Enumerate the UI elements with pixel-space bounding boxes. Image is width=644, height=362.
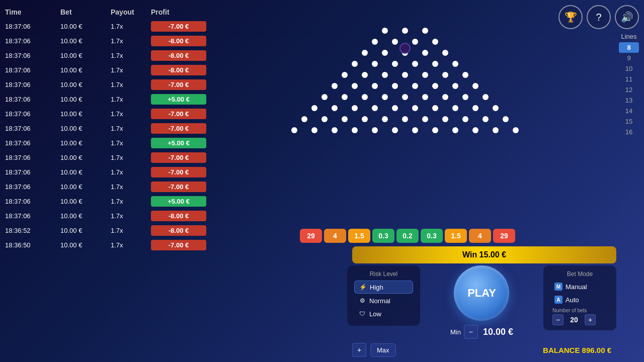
mult-cell: 0.3 xyxy=(421,229,443,243)
row-time: 18:37:06 xyxy=(5,154,60,161)
table-header: Time Bet Payout Profit xyxy=(0,5,201,19)
row-time: 18:36:50 xyxy=(5,241,60,249)
row-time: 18:37:06 xyxy=(5,110,60,118)
peg xyxy=(432,83,438,89)
row-bet: 10.00 € xyxy=(60,198,111,205)
peg xyxy=(291,127,297,133)
row-time: 18:37:06 xyxy=(5,125,60,132)
peg xyxy=(462,72,468,78)
table-row: 18:37:06 10.00 € 1.7x -8.00 € xyxy=(0,34,201,48)
table-row: 18:37:06 10.00 € 1.7x -7.00 € xyxy=(0,179,201,194)
row-time: 18:37:06 xyxy=(5,212,60,220)
peg xyxy=(402,94,408,100)
peg xyxy=(422,28,428,34)
row-bet: 10.00 € xyxy=(60,66,111,74)
table-row: 18:37:06 10.00 € 1.7x +5.00 € xyxy=(0,136,201,150)
row-bet: 10.00 € xyxy=(60,125,111,132)
peg xyxy=(382,28,388,34)
peg xyxy=(412,39,418,45)
plinko-ball xyxy=(399,43,411,54)
peg xyxy=(452,127,458,133)
lines-item-16[interactable]: 16 xyxy=(619,127,639,137)
table-row: 18:37:06 10.00 € 1.7x -7.00 € xyxy=(0,107,201,121)
row-bet: 10.00 € xyxy=(60,110,111,118)
risk-low[interactable]: 🛡 Low xyxy=(354,308,413,320)
peg xyxy=(412,83,418,89)
bet-mode-title: Bet Mode xyxy=(550,270,609,278)
lines-item-12[interactable]: 12 xyxy=(619,84,639,95)
num-bets-decrease[interactable]: − xyxy=(552,314,564,325)
row-payout: 1.7x xyxy=(111,198,151,205)
peg xyxy=(462,94,468,100)
risk-normal[interactable]: ⚙ Normal xyxy=(354,295,413,307)
lines-item-15[interactable]: 15 xyxy=(619,116,639,127)
mode-manual[interactable]: M Manual xyxy=(550,281,609,293)
peg xyxy=(362,50,368,56)
table-row: 18:37:06 10.00 € 1.7x -8.00 € xyxy=(0,48,201,63)
row-time: 18:37:06 xyxy=(5,66,60,74)
row-bet: 10.00 € xyxy=(60,96,111,103)
row-bet: 10.00 € xyxy=(60,227,111,234)
risk-high[interactable]: ⚡ High xyxy=(354,281,413,294)
peg xyxy=(472,105,478,111)
peg xyxy=(352,127,358,133)
peg xyxy=(392,83,398,89)
peg xyxy=(513,127,519,133)
mode-auto-icon: A xyxy=(554,296,562,304)
lines-item-14[interactable]: 14 xyxy=(619,106,639,116)
mult-cell: 0.2 xyxy=(396,229,419,243)
row-time: 18:37:06 xyxy=(5,183,60,191)
num-bets-value: 20 xyxy=(567,316,582,324)
row-payout: 1.7x xyxy=(111,52,151,59)
table-row: 18:36:50 10.00 € 1.7x -7.00 € xyxy=(0,238,201,252)
peg-row xyxy=(196,72,614,78)
row-bet: 10.00 € xyxy=(60,37,111,45)
lines-panel: Lines 8910111213141516 xyxy=(619,33,639,137)
peg xyxy=(402,72,408,78)
mult-cell: 1.5 xyxy=(348,229,370,243)
peg xyxy=(402,28,408,34)
mult-cell: 1.5 xyxy=(445,229,467,243)
col-bet: Bet xyxy=(60,8,111,16)
row-payout: 1.7x xyxy=(111,227,151,234)
row-bet: 10.00 € xyxy=(60,183,111,191)
peg xyxy=(432,127,438,133)
min-label: Min xyxy=(450,328,461,336)
row-time: 18:37:06 xyxy=(5,81,60,88)
lines-item-8[interactable]: 8 xyxy=(619,42,639,53)
peg xyxy=(452,61,458,67)
peg xyxy=(352,61,358,67)
lines-item-9[interactable]: 9 xyxy=(619,53,639,63)
table-row: 18:37:06 10.00 € 1.7x -7.00 € xyxy=(0,150,201,165)
lines-item-10[interactable]: 10 xyxy=(619,63,639,74)
peg-row xyxy=(196,105,614,111)
peg xyxy=(432,105,438,111)
row-bet: 10.00 € xyxy=(60,81,111,88)
help-icon[interactable]: ? xyxy=(587,5,611,29)
row-payout: 1.7x xyxy=(111,168,151,176)
peg-row xyxy=(196,83,614,89)
peg xyxy=(382,50,388,56)
row-bet: 10.00 € xyxy=(60,241,111,249)
num-bets-increase[interactable]: + xyxy=(585,314,596,325)
mult-cell: 29 xyxy=(300,229,322,243)
risk-low-icon: 🛡 xyxy=(358,310,366,318)
sound-icon[interactable]: 🔊 xyxy=(615,5,639,29)
lines-item-13[interactable]: 13 xyxy=(619,95,639,106)
badge-icon[interactable]: 🏆 xyxy=(558,5,583,29)
mode-auto[interactable]: A Auto xyxy=(550,294,609,306)
max-button[interactable]: Max xyxy=(370,343,396,357)
col-payout: Payout xyxy=(111,8,151,16)
lines-options[interactable]: 8910111213141516 xyxy=(619,42,639,137)
peg xyxy=(472,127,478,133)
bet-min-section: Min − xyxy=(450,325,478,339)
bet-decrease[interactable]: − xyxy=(464,325,478,339)
bet-add[interactable]: + xyxy=(352,343,366,357)
row-bet: 10.00 € xyxy=(60,212,111,220)
lines-item-11[interactable]: 11 xyxy=(619,74,639,84)
risk-low-label: Low xyxy=(369,310,381,318)
play-button[interactable]: PLAY xyxy=(454,265,509,321)
peg xyxy=(402,116,408,122)
mode-manual-label: Manual xyxy=(566,283,587,291)
row-bet: 10.00 € xyxy=(60,154,111,161)
